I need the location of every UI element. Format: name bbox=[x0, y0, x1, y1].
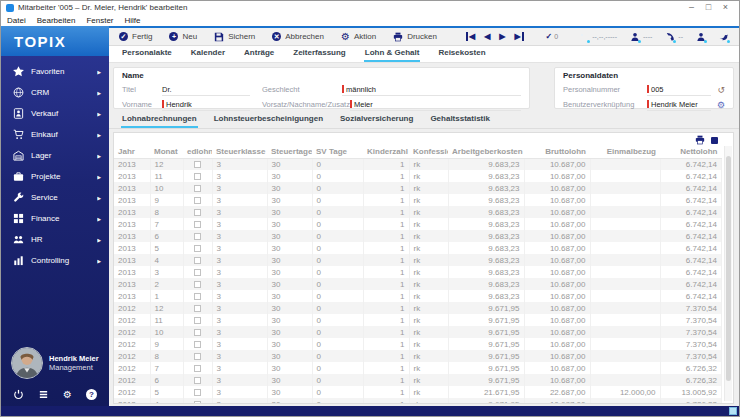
table-row[interactable]: 2012933001rk9.671,9510.687,007.370,54 bbox=[114, 338, 722, 350]
table-row[interactable]: 2012633001rk9.671,9510.687,006.726,32 bbox=[114, 374, 722, 386]
sidebar-item-finance[interactable]: Finance ▶ bbox=[1, 208, 109, 229]
table-row[interactable]: 2013433001rk9.683,2310.687,006.742,14 bbox=[114, 254, 722, 266]
tab-antraege[interactable]: Anträge bbox=[243, 48, 275, 62]
edlohn-checkbox[interactable] bbox=[194, 257, 201, 264]
subtab-sozialversicherung[interactable]: Sozialversicherung bbox=[339, 114, 414, 128]
neu-button[interactable]: + Neu bbox=[169, 32, 197, 41]
minimize-button[interactable]: – bbox=[683, 1, 700, 14]
menu-icon[interactable] bbox=[38, 389, 49, 400]
tab-reisekosten[interactable]: Reisekosten bbox=[437, 48, 486, 62]
scrollbar-thumb[interactable] bbox=[726, 156, 731, 381]
edlohn-checkbox[interactable] bbox=[194, 197, 201, 204]
table-row[interactable]: 2012833001rk9.671,9510.687,007.370,54 bbox=[114, 350, 722, 362]
table-row[interactable]: 2013333001rk9.683,2310.687,006.742,14 bbox=[114, 266, 722, 278]
messenger-shortcut[interactable] bbox=[719, 32, 729, 42]
sichern-button[interactable]: Sichern bbox=[214, 32, 255, 42]
drucken-button[interactable]: Drucken bbox=[393, 32, 437, 42]
column-header-konfession[interactable]: Konfession bbox=[409, 146, 448, 158]
table-row[interactable]: 20131233001rk9.683,2310.687,006.742,14 bbox=[114, 158, 722, 170]
edlohn-checkbox[interactable] bbox=[194, 341, 201, 348]
column-header-arbeitgeberkosten[interactable]: Arbeitgeberkosten bbox=[448, 146, 524, 158]
fertig-button[interactable]: ✓ Fertig bbox=[119, 32, 152, 41]
last-record-button[interactable]: ▶ bbox=[514, 32, 523, 41]
sidebar-item-controlling[interactable]: Controlling ▶ bbox=[1, 250, 109, 271]
menu-fenster[interactable]: Fenster bbox=[86, 16, 113, 25]
edlohn-checkbox[interactable] bbox=[194, 245, 201, 252]
print-table-icon[interactable] bbox=[695, 135, 705, 145]
column-header-edlohn[interactable]: edlohn bbox=[183, 146, 212, 158]
table-row[interactable]: 20131133001rk9.683,2310.687,006.742,14 bbox=[114, 170, 722, 182]
column-header-sv-tage[interactable]: SV Tage bbox=[312, 146, 363, 158]
table-row[interactable]: 2013233001rk9.683,2310.687,006.742,14 bbox=[114, 278, 722, 290]
link-settings-gear-icon[interactable]: ⚙ bbox=[717, 100, 725, 110]
subtab-lohnabrechnungen[interactable]: Lohnabrechnungen bbox=[121, 114, 198, 128]
personalnummer-field[interactable]: 005 bbox=[647, 84, 711, 96]
help-icon[interactable]: ? bbox=[86, 389, 97, 400]
user-box[interactable]: Hendrik Meier Management bbox=[1, 347, 109, 387]
menu-hilfe[interactable]: Hilfe bbox=[125, 16, 141, 25]
first-record-button[interactable]: ◀ bbox=[466, 32, 475, 41]
edlohn-checkbox[interactable] bbox=[194, 365, 201, 372]
titel-field[interactable]: Dr. bbox=[162, 84, 250, 96]
geschlecht-field[interactable]: männlich bbox=[342, 84, 521, 96]
table-row[interactable]: 2013633001rk9.683,2310.687,006.742,14 bbox=[114, 230, 722, 242]
menu-datei[interactable]: Datei bbox=[7, 16, 26, 25]
table-row[interactable]: 2012733001rk9.671,9510.687,006.726,32 bbox=[114, 362, 722, 374]
column-header-steuerklasse[interactable]: Steuerklasse bbox=[212, 146, 267, 158]
history-icon[interactable]: ↺ bbox=[717, 85, 725, 95]
benutzerverknuepfung-field[interactable]: Hendrik Meier bbox=[647, 99, 711, 111]
resize-handle[interactable] bbox=[729, 407, 737, 415]
table-row[interactable]: 2013533001rk9.683,2310.687,006.742,14 bbox=[114, 242, 722, 254]
edlohn-checkbox[interactable] bbox=[194, 185, 201, 192]
sidebar-item-service[interactable]: Service ▶ bbox=[1, 187, 109, 208]
edlohn-checkbox[interactable] bbox=[194, 293, 201, 300]
record-counter[interactable]: ✓0 bbox=[546, 32, 559, 41]
column-header-bruttolohn[interactable]: Bruttolohn bbox=[524, 146, 590, 158]
edlohn-checkbox[interactable] bbox=[194, 329, 201, 336]
table-row[interactable]: 20131033001rk9.683,2310.687,006.742,14 bbox=[114, 182, 722, 194]
aktion-button[interactable]: ⚙ Aktion bbox=[341, 32, 376, 42]
power-icon[interactable] bbox=[13, 389, 24, 400]
sidebar-item-projekte[interactable]: Projekte ▶ bbox=[1, 166, 109, 187]
column-header-nettolohn[interactable]: Nettolohn bbox=[660, 146, 722, 158]
edlohn-checkbox[interactable] bbox=[194, 173, 201, 180]
column-header-kinderzahl[interactable]: Kinderzahl bbox=[363, 146, 409, 158]
table-row[interactable]: 20121033001rk9.671,9510.687,007.370,54 bbox=[114, 326, 722, 338]
sidebar-item-verkauf[interactable]: Verkauf ▶ bbox=[1, 103, 109, 124]
table-row[interactable]: 2012533001rk21.671,9522.687,0012.000,001… bbox=[114, 386, 722, 398]
edlohn-checkbox[interactable] bbox=[194, 209, 201, 216]
tab-lohn-gehalt[interactable]: Lohn & Gehalt bbox=[364, 48, 421, 62]
edlohn-checkbox[interactable] bbox=[194, 353, 201, 360]
sidebar-item-hr[interactable]: HR ▶ bbox=[1, 229, 109, 250]
sidebar-item-lager[interactable]: Lager ▶ bbox=[1, 145, 109, 166]
table-row[interactable]: 2013833001rk9.683,2310.687,006.742,14 bbox=[114, 206, 722, 218]
edlohn-checkbox[interactable] bbox=[194, 389, 201, 396]
abbrechen-button[interactable]: ✕ Abbrechen bbox=[272, 32, 324, 41]
table-row[interactable]: 2013133001rk9.683,2310.687,006.742,14 bbox=[114, 290, 722, 302]
export-icon[interactable] bbox=[711, 137, 718, 144]
edlohn-checkbox[interactable] bbox=[194, 233, 201, 240]
edlohn-checkbox[interactable] bbox=[194, 317, 201, 324]
vorname-field[interactable]: Hendrik bbox=[162, 99, 250, 111]
subtab-gehaltsstatistik[interactable]: Gehaltsstatistik bbox=[429, 114, 491, 128]
user-presence-status[interactable]: ---- bbox=[630, 32, 652, 42]
nachname-field[interactable]: Meier bbox=[350, 99, 521, 111]
tab-kalender[interactable]: Kalender bbox=[190, 48, 226, 62]
maximize-button[interactable]: □ bbox=[700, 1, 717, 14]
sidebar-item-einkauf[interactable]: Einkauf ▶ bbox=[1, 124, 109, 145]
edlohn-checkbox[interactable] bbox=[194, 269, 201, 276]
edlohn-checkbox[interactable] bbox=[194, 377, 201, 384]
column-header-steuertage[interactable]: Steuertage bbox=[267, 146, 312, 158]
tab-zeiterfassung[interactable]: Zeiterfassung bbox=[292, 48, 346, 62]
tab-personalakte[interactable]: Personalakte bbox=[121, 48, 173, 62]
edlohn-checkbox[interactable] bbox=[194, 221, 201, 228]
sidebar-item-favoriten[interactable]: Favoriten ▶ bbox=[1, 61, 109, 82]
subtab-lohnsteuerbescheinigungen[interactable]: Lohnsteuerbescheinigungen bbox=[213, 114, 324, 128]
column-header-jahr[interactable]: Jahr bbox=[114, 146, 150, 158]
table-row[interactable]: 2012433001rk9.671,9510.687,006.726,32 bbox=[114, 398, 722, 404]
table-row[interactable]: 20121233001rk9.671,9510.687,007.370,54 bbox=[114, 302, 722, 314]
edlohn-checkbox[interactable] bbox=[194, 305, 201, 312]
vertical-scrollbar[interactable] bbox=[724, 146, 732, 401]
edlohn-checkbox[interactable] bbox=[194, 161, 201, 168]
sidebar-item-crm[interactable]: CRM ▶ bbox=[1, 82, 109, 103]
